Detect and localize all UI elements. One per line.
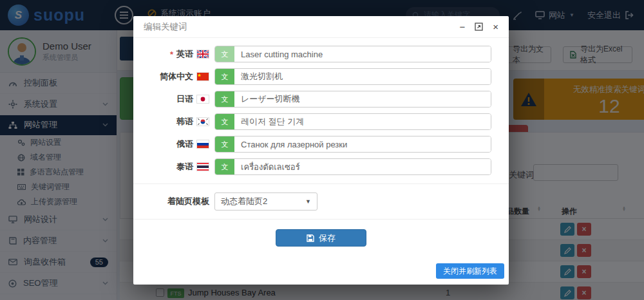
landing-template-label: 着陆页模板 — [133, 196, 209, 207]
close-icon[interactable]: × — [493, 22, 498, 32]
modal-header: 编辑关键词 − × — [133, 16, 509, 38]
field-label-english: * 英语 — [133, 48, 209, 60]
keyword-input-japanese[interactable] — [234, 91, 491, 107]
field-label-russian: 俄语 — [133, 138, 209, 150]
keyword-input-english[interactable] — [234, 46, 491, 62]
chevron-down-icon: ▼ — [305, 198, 311, 205]
divider — [133, 183, 509, 184]
flag-korea-icon — [196, 117, 209, 126]
translate-icon[interactable]: 文 — [215, 69, 234, 84]
floppy-save-icon — [307, 234, 314, 242]
modal-title: 编辑关键词 — [144, 21, 187, 33]
translate-icon[interactable]: 文 — [215, 46, 234, 62]
app-screen: S suopu 系统演示账户 请输入关键字 — [0, 0, 644, 300]
save-button[interactable]: 保存 — [276, 229, 366, 247]
flag-uk-icon — [196, 50, 209, 59]
maximize-button[interactable] — [475, 23, 483, 31]
translate-icon[interactable]: 文 — [215, 159, 234, 174]
translate-icon[interactable]: 文 — [215, 91, 234, 107]
field-label-chinese: 简体中文 — [133, 71, 209, 82]
landing-template-select[interactable]: 动态着陆页2 ▼ — [214, 192, 317, 211]
field-row-thai: 泰语 文 — [133, 158, 509, 175]
translate-icon[interactable]: 文 — [215, 136, 234, 152]
flag-russia-icon — [196, 140, 209, 149]
keyword-input-russian[interactable] — [234, 136, 491, 152]
minimize-button[interactable]: − — [459, 22, 465, 32]
flag-china-icon — [196, 72, 209, 81]
translate-icon[interactable]: 文 — [215, 114, 234, 129]
required-mark: * — [170, 50, 173, 59]
field-row-chinese: 简体中文 文 — [133, 68, 509, 85]
field-label-thai: 泰语 — [133, 161, 209, 173]
keyword-input-thai[interactable] — [234, 159, 491, 174]
edit-keyword-modal: 编辑关键词 − × * 英语 文 — [133, 16, 509, 285]
field-row-russian: 俄语 文 — [133, 136, 509, 153]
landing-template-row: 着陆页模板 动态着陆页2 ▼ — [133, 192, 509, 211]
keyword-input-chinese[interactable] — [234, 69, 491, 84]
field-label-korean: 韩语 — [133, 116, 209, 127]
flag-japan-icon — [196, 95, 209, 104]
field-row-english: * 英语 文 — [133, 46, 509, 62]
landing-template-value: 动态着陆页2 — [221, 196, 267, 207]
divider — [133, 219, 509, 220]
flag-thailand-icon — [196, 162, 209, 171]
field-label-japanese: 日语 — [133, 93, 209, 105]
close-and-refresh-button[interactable]: 关闭并刷新列表 — [436, 263, 504, 279]
keyword-input-korean[interactable] — [234, 114, 491, 129]
field-row-korean: 韩语 文 — [133, 113, 509, 130]
field-row-japanese: 日语 文 — [133, 91, 509, 108]
